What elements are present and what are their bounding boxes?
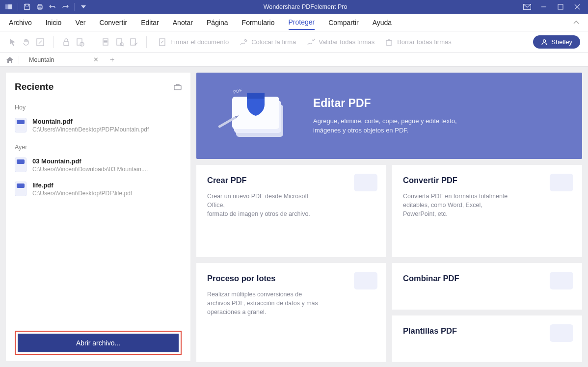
apply-redact-icon[interactable] <box>129 37 138 47</box>
recent-file-item[interactable]: 03 Mountain.pdf C:\Users\Vincent\Downloa… <box>15 155 182 179</box>
separator <box>74 3 75 11</box>
validate-signatures-button[interactable]: Validar todas firmas <box>303 35 377 49</box>
toolbar: Firmar el documento Colocar la firma Val… <box>0 31 588 53</box>
menu-formulario[interactable]: Formulario <box>242 16 275 29</box>
document-tab[interactable]: Mountain ✕ <box>24 54 104 65</box>
delete-signatures-icon <box>384 37 394 47</box>
delete-signatures-label: Borrar todas firmas <box>397 38 452 46</box>
undo-icon[interactable] <box>49 3 56 11</box>
user-account-button[interactable]: Shelley <box>533 35 580 49</box>
open-file-button[interactable]: Abrir archivo... <box>18 334 179 352</box>
file-name: 03 Mountain.pdf <box>32 157 148 165</box>
edit-pdf-card[interactable]: PDF Editar PDF Agregue, elimine, corte, … <box>196 73 582 159</box>
sign-document-button[interactable]: Firmar el documento <box>155 35 232 49</box>
svg-rect-9 <box>558 4 563 9</box>
dropdown-icon[interactable] <box>80 3 87 11</box>
recent-file-item[interactable]: Mountain.pdf C:\Users\Vincent\Desktop\PD… <box>15 115 182 139</box>
file-path: C:\Users\Vincent\Desktop\PDF\life.pdf <box>32 190 132 197</box>
permissions-icon[interactable] <box>75 37 85 47</box>
window-title: Wondershare PDFelement Pro <box>87 3 523 10</box>
maximize-icon[interactable] <box>557 3 564 11</box>
recent-file-item[interactable]: life.pdf C:\Users\Vincent\Desktop\PDF\li… <box>15 179 182 203</box>
home-icon[interactable] <box>6 56 14 63</box>
sign-doc-icon <box>158 37 167 47</box>
templates-icon <box>550 324 573 342</box>
create-pdf-card[interactable]: Crear PDF Crear un nuevo PDF desde Micro… <box>196 165 386 257</box>
day-label: Hoy <box>15 104 182 111</box>
titlebar: Wondershare PDFelement Pro <box>0 0 588 14</box>
minimize-icon[interactable] <box>540 3 548 11</box>
edit-tool-icon[interactable] <box>35 37 45 47</box>
pdf-file-icon <box>15 118 27 132</box>
convert-pdf-icon <box>550 174 573 191</box>
pdf-file-icon <box>15 157 27 172</box>
svg-rect-14 <box>77 39 82 45</box>
search-redact-icon[interactable] <box>115 37 125 47</box>
lock-icon[interactable] <box>61 37 71 47</box>
recent-panel: Reciente Hoy Mountain.pdf C:\Users\Vince… <box>6 73 190 361</box>
card-title: Crear PDF <box>207 176 375 185</box>
separator <box>18 3 18 11</box>
start-page: Reciente Hoy Mountain.pdf C:\Users\Vince… <box>0 67 588 367</box>
svg-rect-17 <box>104 41 107 42</box>
menubar: Archivo Inicio Ver Convertir Editar Anot… <box>0 14 588 31</box>
mail-icon[interactable] <box>523 3 531 11</box>
menu-anotar[interactable]: Anotar <box>173 16 193 29</box>
redact-icon[interactable] <box>101 37 111 47</box>
svg-rect-13 <box>64 42 69 46</box>
svg-rect-5 <box>38 4 41 6</box>
menu-proteger[interactable]: Proteger <box>289 15 315 30</box>
edit-pdf-title: Editar PDF <box>313 97 460 110</box>
svg-rect-1 <box>5 4 8 9</box>
batch-process-card[interactable]: Proceso por lotes Realizar múltiples con… <box>196 263 386 362</box>
templates-pdf-card[interactable]: Plantillas PDF <box>392 315 582 362</box>
card-desc: Convierta PDF en formatos totalmente edi… <box>403 192 516 218</box>
svg-text:PDF: PDF <box>233 88 242 95</box>
card-desc: Realizar múltiples conversiones de archi… <box>207 290 320 316</box>
svg-rect-3 <box>26 4 28 6</box>
hand-tool-icon[interactable] <box>22 37 31 47</box>
open-file-highlight: Abrir archivo... <box>15 331 182 355</box>
svg-rect-23 <box>387 40 391 46</box>
edit-pdf-desc: Agregue, elimine, corte, copie, pegue y … <box>313 117 460 135</box>
file-name: Mountain.pdf <box>32 118 149 125</box>
card-title: Convertir PDF <box>403 176 571 185</box>
menu-compartir[interactable]: Compartir <box>328 16 358 29</box>
save-icon[interactable] <box>23 3 31 11</box>
close-icon[interactable] <box>573 3 581 11</box>
svg-point-24 <box>543 40 546 42</box>
select-tool-icon[interactable] <box>8 37 18 47</box>
combine-pdf-card[interactable]: Combinar PDF <box>392 263 582 310</box>
place-signature-button[interactable]: Colocar la firma <box>236 35 299 49</box>
pdf-file-icon <box>15 182 27 196</box>
edit-pdf-illustration-icon: PDF <box>210 81 303 150</box>
file-path: C:\Users\Vincent\Desktop\PDF\Mountain.pd… <box>32 126 149 133</box>
menu-pagina[interactable]: Página <box>207 16 228 29</box>
print-icon[interactable] <box>36 3 44 11</box>
file-name: life.pdf <box>32 182 132 189</box>
menu-archivo[interactable]: Archivo <box>9 16 32 29</box>
convert-pdf-card[interactable]: Convertir PDF Convierta PDF en formatos … <box>392 165 582 257</box>
document-tabbar: Mountain ✕ ＋ <box>0 53 588 67</box>
create-pdf-icon <box>354 174 377 191</box>
collapse-ribbon-icon[interactable] <box>573 20 579 25</box>
svg-rect-18 <box>117 39 122 45</box>
user-name: Shelley <box>551 38 572 46</box>
menu-ver[interactable]: Ver <box>75 16 85 29</box>
place-signature-icon <box>239 37 248 47</box>
menu-ayuda[interactable]: Ayuda <box>373 16 392 29</box>
tab-title: Mountain <box>29 56 54 63</box>
recent-title: Reciente <box>15 81 53 92</box>
menu-convertir[interactable]: Convertir <box>99 16 127 29</box>
close-tab-icon[interactable]: ✕ <box>93 56 99 63</box>
quick-actions: PDF Editar PDF Agregue, elimine, corte, … <box>196 73 582 361</box>
briefcase-icon[interactable] <box>174 83 182 90</box>
card-title: Proceso por lotes <box>207 274 375 283</box>
redo-icon[interactable] <box>61 3 69 11</box>
validate-icon <box>306 37 316 47</box>
delete-signatures-button[interactable]: Borrar todas firmas <box>381 35 454 49</box>
menu-inicio[interactable]: Inicio <box>46 16 62 29</box>
new-tab-icon[interactable]: ＋ <box>108 55 116 64</box>
separator <box>146 36 147 48</box>
menu-editar[interactable]: Editar <box>141 16 159 29</box>
